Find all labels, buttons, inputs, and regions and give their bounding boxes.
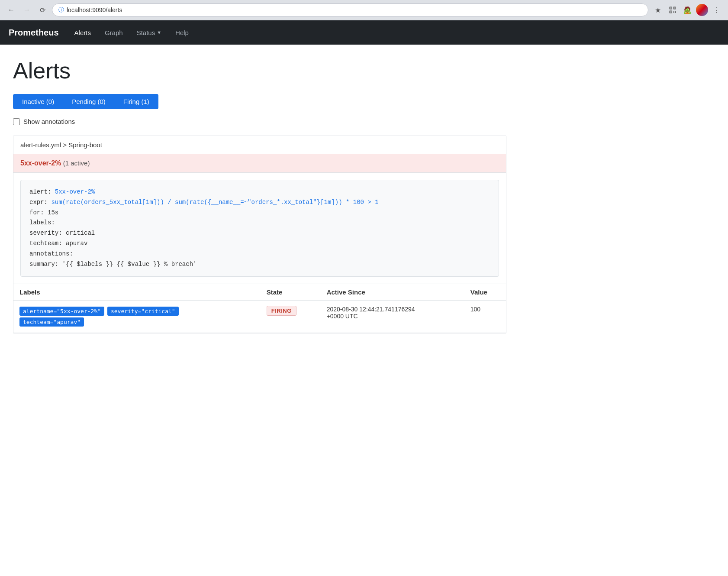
cell-value: 100	[464, 301, 506, 333]
code-line-5: severity: critical	[29, 228, 490, 239]
alerts-table: Labels State Active Since Value alertnam…	[13, 284, 506, 333]
nav-link-status[interactable]: Status ▼	[130, 20, 168, 45]
browser-chrome: ← → ⟳ ⓘ localhost:9090/alerts ★ 🧟 ⋮	[0, 0, 728, 20]
nav-links: Alerts Graph Status ▼ Help	[68, 20, 196, 45]
annotations-row: Show annotations	[13, 118, 506, 125]
col-labels: Labels	[13, 284, 261, 301]
status-dropdown-arrow: ▼	[157, 30, 161, 35]
code-line-6: techteam: apurav	[29, 239, 490, 249]
filter-firing[interactable]: Firing (1)	[115, 94, 158, 109]
active-since-line2: +0000 UTC	[327, 313, 458, 320]
alert-rule-count: (1 active)	[63, 159, 90, 167]
active-since-line1: 2020-08-30 12:44:21.741176294	[327, 306, 458, 313]
label-badge-techteam[interactable]: techteam="apurav"	[19, 317, 84, 327]
alert-rule-row[interactable]: 5xx-over-2% (1 active)	[13, 154, 506, 173]
svg-rect-7	[675, 11, 676, 12]
annotations-checkbox[interactable]	[13, 118, 20, 125]
back-button[interactable]: ←	[5, 4, 17, 16]
code-line-7: annotations:	[29, 249, 490, 259]
svg-rect-9	[675, 12, 676, 13]
code-line-3: for: 15s	[29, 208, 490, 218]
reload-button[interactable]: ⟳	[36, 4, 48, 16]
qr-button[interactable]	[667, 4, 679, 16]
col-active-since: Active Since	[321, 284, 464, 301]
nav-link-help[interactable]: Help	[168, 20, 196, 45]
forward-button[interactable]: →	[21, 4, 33, 16]
star-button[interactable]: ★	[652, 4, 664, 16]
page-title: Alerts	[13, 58, 506, 84]
browser-actions: ★ 🧟 ⋮	[652, 4, 723, 16]
menu-button[interactable]: ⋮	[711, 4, 723, 16]
code-line-8: summary: '{{ $labels }} {{ $value }} % b…	[29, 259, 490, 270]
address-bar[interactable]: ⓘ localhost:9090/alerts	[52, 3, 648, 16]
prometheus-brand[interactable]: Prometheus	[9, 28, 59, 38]
label-badge-alertname[interactable]: alertname="5xx-over-2%"	[19, 307, 104, 316]
nav-link-graph[interactable]: Graph	[98, 20, 130, 45]
filter-bar: Inactive (0) Pending (0) Firing (1)	[13, 94, 506, 109]
alert-code-block: alert: 5xx-over-2% expr: sum(rate(orders…	[20, 180, 499, 277]
extensions-button[interactable]: 🧟	[681, 4, 693, 16]
code-line-4: labels:	[29, 218, 490, 228]
main-content: Alerts Inactive (0) Pending (0) Firing (…	[0, 45, 519, 355]
avatar	[696, 4, 708, 16]
alert-rule-name: 5xx-over-2%	[20, 159, 61, 167]
alert-group-breadcrumb: alert-rules.yml > Spring-boot	[13, 136, 506, 154]
annotations-label[interactable]: Show annotations	[23, 118, 75, 125]
filter-pending[interactable]: Pending (0)	[63, 94, 115, 109]
firing-badge: FIRING	[267, 306, 296, 316]
cell-labels: alertname="5xx-over-2%" severity="critic…	[13, 301, 261, 333]
svg-rect-6	[673, 11, 674, 12]
cell-active-since: 2020-08-30 12:44:21.741176294 +0000 UTC	[321, 301, 464, 333]
col-value: Value	[464, 284, 506, 301]
breadcrumb-text: alert-rules.yml > Spring-boot	[20, 141, 102, 149]
info-icon: ⓘ	[58, 6, 64, 14]
label-badge-severity[interactable]: severity="critical"	[107, 307, 179, 316]
url-text: localhost:9090/alerts	[67, 6, 122, 13]
table-row: alertname="5xx-over-2%" severity="critic…	[13, 301, 506, 333]
svg-rect-5	[670, 12, 671, 13]
filter-inactive[interactable]: Inactive (0)	[13, 94, 63, 109]
code-line-2: expr: sum(rate(orders_5xx_total[1m])) / …	[29, 197, 490, 208]
svg-rect-3	[674, 8, 675, 9]
code-line-1: alert: 5xx-over-2%	[29, 187, 490, 197]
alert-group: alert-rules.yml > Spring-boot 5xx-over-2…	[13, 136, 506, 333]
nav-link-alerts[interactable]: Alerts	[68, 20, 98, 45]
svg-rect-1	[670, 8, 671, 9]
svg-rect-8	[673, 12, 674, 13]
cell-state: FIRING	[261, 301, 321, 333]
col-state: State	[261, 284, 321, 301]
prometheus-nav: Prometheus Alerts Graph Status ▼ Help	[0, 20, 728, 45]
